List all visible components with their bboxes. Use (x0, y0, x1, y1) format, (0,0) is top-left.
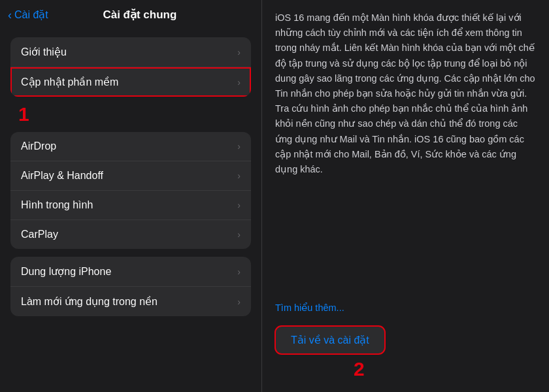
chevron-right-icon: › (237, 47, 241, 57)
settings-item-lam-moi-ung-dung[interactable]: Làm mới ứng dụng trong nền › (10, 287, 251, 316)
download-install-label: Tải về và cài đặt (291, 335, 369, 346)
update-description: iOS 16 mang đến một Màn hình khóa được t… (275, 10, 536, 292)
right-panel: iOS 16 mang đến một Màn hình khóa được t… (261, 0, 549, 392)
settings-item-label: Cập nhật phần mềm (21, 76, 118, 88)
learn-more-link[interactable]: Tìm hiểu thêm... (275, 302, 536, 313)
annotation-2-label: 2 (354, 359, 365, 379)
download-install-button[interactable]: Tải về và cài đặt (275, 326, 385, 354)
chevron-right-icon: › (237, 171, 241, 181)
settings-item-hinh-trong-hinh[interactable]: Hình trong hình › (10, 191, 251, 220)
back-chevron-icon: ‹ (8, 9, 12, 21)
settings-item-label: Dung lượng iPhone (21, 265, 111, 278)
left-panel: ‹ Cài đặt Cài đặt chung Giới thiệu › Cập… (0, 0, 261, 392)
settings-item-airplay-handoff[interactable]: AirPlay & Handoff › (10, 161, 251, 191)
settings-item-dung-luong-iphone[interactable]: Dung lượng iPhone › (10, 257, 251, 287)
settings-item-label: Hình trong hình (21, 199, 93, 211)
annotation-1-label: 1 (18, 103, 29, 125)
bottom-section: Tải về và cài đặt 2 (275, 326, 536, 379)
settings-item-label: AirDrop (21, 140, 56, 152)
chevron-right-icon: › (237, 77, 241, 88)
settings-item-label: AirPlay & Handoff (21, 170, 103, 182)
page-title: Cài đặt chung (48, 8, 231, 22)
back-button[interactable]: ‹ Cài đặt (8, 8, 48, 21)
settings-item-gioi-thieu[interactable]: Giới thiệu › (10, 37, 251, 67)
settings-list: Giới thiệu › Cập nhật phần mềm › 1 AirDr… (0, 27, 261, 392)
settings-item-label: Làm mới ứng dụng trong nền (21, 295, 158, 308)
settings-group-1: Giới thiệu › Cập nhật phần mềm › (10, 37, 251, 97)
back-label: Cài đặt (14, 8, 48, 21)
chevron-right-icon: › (237, 200, 241, 210)
settings-item-cap-nhat-phan-mem[interactable]: Cập nhật phần mềm › (10, 67, 251, 97)
header: ‹ Cài đặt Cài đặt chung (0, 0, 261, 27)
chevron-right-icon: › (237, 297, 241, 307)
settings-group-2: AirDrop › AirPlay & Handoff › Hình trong… (10, 132, 251, 249)
chevron-right-icon: › (237, 229, 241, 240)
settings-item-airdrop[interactable]: AirDrop › (10, 132, 251, 161)
settings-item-label: CarPlay (21, 229, 58, 240)
settings-group-3: Dung lượng iPhone › Làm mới ứng dụng tro… (10, 257, 251, 316)
settings-item-carplay[interactable]: CarPlay › (10, 220, 251, 249)
chevron-right-icon: › (237, 141, 241, 152)
chevron-right-icon: › (237, 267, 241, 277)
settings-item-label: Giới thiệu (21, 46, 67, 58)
